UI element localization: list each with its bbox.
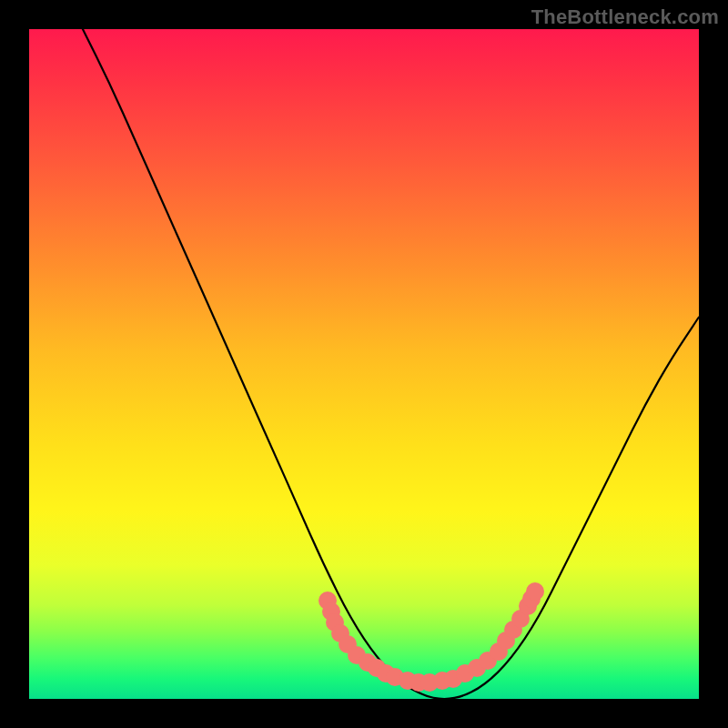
plot-area bbox=[29, 29, 699, 699]
chart-frame: TheBottleneck.com bbox=[0, 0, 728, 728]
optimal-region-dots bbox=[318, 582, 544, 692]
optimal-dot bbox=[526, 582, 544, 601]
chart-svg bbox=[29, 29, 699, 699]
watermark-text: TheBottleneck.com bbox=[531, 5, 719, 29]
bottleneck-curve bbox=[83, 29, 699, 699]
